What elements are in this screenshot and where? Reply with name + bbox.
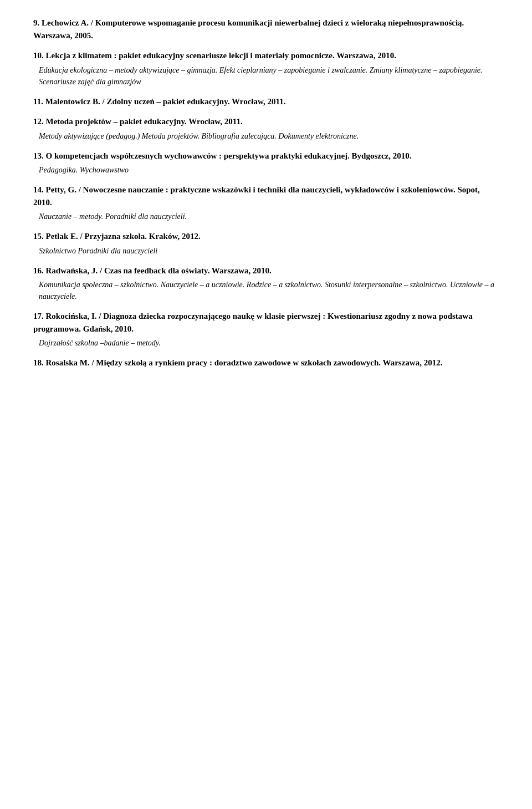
list-item: 13. O kompetencjach współczesnych wychow… <box>33 150 499 176</box>
list-item: 17. Rokocińska, I. / Diagnoza dziecka ro… <box>33 310 499 349</box>
entry-title: 14. Petty, G. / Nowoczesne nauczanie : p… <box>33 184 499 208</box>
list-item: 11. Malentowicz B. / Zdolny uczeń – paki… <box>33 95 499 108</box>
list-item: 16. Radwańska, J. / Czas na feedback dla… <box>33 264 499 303</box>
list-item: 12. Metoda projektów – pakiet edukacyjny… <box>33 115 499 142</box>
entry-subtitle: Szkolnictwo Poradniki dla nauczycieli <box>33 245 499 257</box>
entry-subtitle: Dojrzałość szkolna –badanie – metody. <box>33 337 499 349</box>
list-item: 15. Petlak E. / Przyjazna szkoła. Kraków… <box>33 230 499 257</box>
entry-title: 13. O kompetencjach współczesnych wychow… <box>33 150 499 162</box>
list-item: 18. Rosalska M. / Między szkołą a rynkie… <box>33 357 499 369</box>
entry-subtitle: Komunikacja społeczna – szkolnictwo. Nau… <box>33 279 499 302</box>
entry-title: 15. Petlak E. / Przyjazna szkoła. Kraków… <box>33 230 499 243</box>
list-item: 10. Lekcja z klimatem : pakiet edukacyjn… <box>33 49 499 88</box>
entry-title: 16. Radwańska, J. / Czas na feedback dla… <box>33 264 499 277</box>
bibliography-list: 9. Lechowicz A. / Komputerowe wspomagani… <box>33 17 499 369</box>
entry-subtitle: Metody aktywizujące (pedagog.) Metoda pr… <box>33 130 499 142</box>
entry-title: 11. Malentowicz B. / Zdolny uczeń – paki… <box>33 95 499 108</box>
entry-title: 9. Lechowicz A. / Komputerowe wspomagani… <box>33 17 499 42</box>
entry-title: 17. Rokocińska, I. / Diagnoza dziecka ro… <box>33 310 499 335</box>
list-item: 14. Petty, G. / Nowoczesne nauczanie : p… <box>33 184 499 222</box>
entry-subtitle: Nauczanie – metody. Poradniki dla nauczy… <box>33 211 499 222</box>
entry-title: 18. Rosalska M. / Między szkołą a rynkie… <box>33 357 499 369</box>
entry-title: 10. Lekcja z klimatem : pakiet edukacyjn… <box>33 49 499 62</box>
entry-subtitle: Edukacja ekologiczna – metody aktywizują… <box>33 64 499 88</box>
entry-subtitle: Pedagogika. Wychowawstwo <box>33 164 499 176</box>
list-item: 9. Lechowicz A. / Komputerowe wspomagani… <box>33 17 499 42</box>
entry-title: 12. Metoda projektów – pakiet edukacyjny… <box>33 115 499 128</box>
